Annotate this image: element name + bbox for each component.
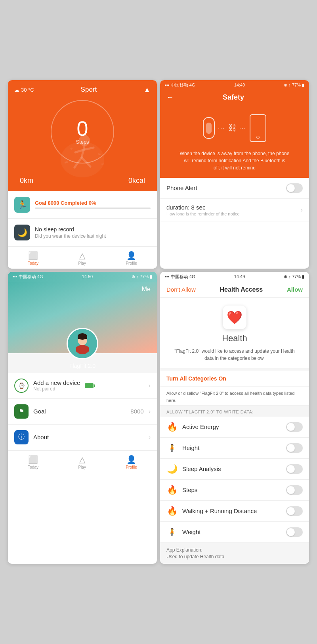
sleep-title: No sleep record [35,226,106,233]
nav-profile[interactable]: 👤 Profile [126,455,137,469]
play-icon: △ [79,455,85,464]
phone-icon [250,114,266,142]
height-icon: 🧍 [166,442,178,454]
health-app-icon: ❤️ [223,306,246,329]
section-header: ALLOW "FLAGFIT 2.0" TO WRITE DATA: [160,406,309,417]
goal-bar-track [35,208,151,209]
cloud-icon: ☁ [14,87,19,93]
goal-row[interactable]: 🏃 Goal 8000 Completed 0% [8,191,157,219]
allow-button[interactable]: Allow [287,286,303,293]
status-bar: ▪▪▪ 中国移动 4G 14:49 ⊕ ↑ 77% ▮ [160,80,309,90]
sleep-label: Sleep Analysis [182,465,281,472]
wifi-icon: ↑ [288,274,291,279]
stats-row: 0km 0kcal [8,177,157,185]
today-icon: ⬜ [28,455,38,464]
avatar [67,328,98,359]
screen-profile: ▪▪▪ 中国移动 4G 14:50 ⊕ ↑ 77% ▮ Me [8,272,157,564]
nav-play[interactable]: △ Play [78,251,86,265]
nav-profile-label: Profile [126,261,137,265]
network: 4G [189,83,195,87]
avatar-wrap: FlagFit 2.0 [67,328,98,369]
back-icon[interactable]: ← [166,93,174,102]
carrier: 中国移动 [171,83,188,87]
bottom-nav: ⬜ Today △ Play 👤 Profile [8,246,157,269]
battery-pct: 77% [292,83,301,87]
device-connection-diagram: ··· ⛓ ··· [203,114,266,142]
username: FlagFit 2.0 [67,363,98,369]
active-energy-icon: 🔥 [166,421,178,433]
status-bar: ▪▪▪ 中国移动 4G 14:49 ⊕ ↑ 77% ▮ [160,272,309,282]
steps-toggle[interactable] [286,485,303,495]
active-energy-label: Active Energy [182,423,281,430]
about-row[interactable]: ⓘ About › [8,425,157,450]
page-title: Health Access [196,286,287,293]
health-body: ❤️ Health "FlagFit 2.0" would like to ac… [160,298,309,564]
goal-info: Goal 8000 Completed 0% [35,200,151,209]
time: 14:50 [82,274,93,279]
height-toggle[interactable] [286,443,303,453]
screen-title: Sport [81,86,97,94]
dont-allow-button[interactable]: Don't Allow [166,286,196,293]
band-icon [203,117,215,139]
weight-icon: 🧍 [166,527,178,538]
health-item-sleep: 🌙 Sleep Analysis [160,459,309,480]
turn-all-on[interactable]: Turn All Categories On [160,371,309,387]
svg-rect-14 [78,336,87,339]
goal-title: Goal 8000 Completed 0% [35,200,151,206]
battery-indicator [85,383,94,388]
nav-today[interactable]: ⬜ Today [28,455,38,469]
health-hero: ❤️ Health "FlagFit 2.0" would like to ac… [160,298,309,371]
sleep-row[interactable]: 🌙 No sleep record Did you wear the devic… [8,219,157,246]
device-icon: ⌚ [14,379,29,393]
nav-profile-label: Profile [126,465,137,469]
app-explanation: App Explanation: Used to update Health d… [160,543,309,564]
svg-point-1 [79,135,90,146]
compass-icon: ▲ [143,86,151,94]
chevron-right-icon: › [301,206,303,213]
walking-running-toggle[interactable] [286,506,303,516]
location-icon: ⊕ [284,83,287,87]
sleep-sub: Did you wear the device last night [35,233,106,239]
carrier-network: ▪▪▪ 中国移动 4G [165,82,195,88]
screen-today: ☁ 30 °C Sport ▲ 0 Steps [8,80,157,269]
device-row[interactable]: ⌚ Add a new device Not paired › [8,373,157,399]
health-item-weight: 🧍 Weight [160,522,309,543]
play-icon: △ [79,251,85,260]
me-label: Me [142,286,151,293]
wifi-icon: ↑ [136,274,139,279]
chevron-right-icon: › [149,434,151,441]
profile-hero: Me FlagFit 2.0 [8,282,157,353]
nav-profile[interactable]: 👤 Profile [126,251,137,265]
nav-today-label: Today [28,261,38,265]
nav-today[interactable]: ⬜ Today [28,251,38,265]
goal-label: Goal [33,408,126,415]
weather-info: ☁ 30 °C [14,87,34,93]
goal-row[interactable]: ⚑ Goal 8000 › [8,399,157,425]
phone-alert-toggle[interactable] [286,183,303,193]
dots-right: ··· [239,125,246,131]
health-description: "FlagFit 2.0" would like to access and u… [174,348,294,362]
nav-play-label: Play [78,261,86,265]
duration-title: duration: 8 sec [166,204,301,211]
nav-play[interactable]: △ Play [78,455,86,469]
runner-illustration [43,124,122,179]
svg-rect-16 [76,346,89,352]
status-bar: ▪▪▪ 中国移动 4G 14:50 ⊕ ↑ 77% ▮ [8,272,157,282]
battery-icon: ▮ [302,274,304,279]
chevron-right-icon: › [149,382,151,389]
duration-row[interactable]: duration: 8 sec How long is the reminder… [160,199,309,221]
health-item-walking-running: 🔥 Walking + Running Distance [160,501,309,522]
top-bar: ☁ 30 °C Sport ▲ [8,80,157,94]
sleep-info: No sleep record Did you wear the device … [35,226,106,239]
health-app-name: Health [222,333,247,344]
bottom-nav: ⬜ Today △ Play 👤 Profile [8,450,157,473]
dots-left: ··· [218,125,225,131]
header: Don't Allow Health Access Allow [160,282,309,298]
temperature: 30 °C [21,87,34,93]
weight-toggle[interactable] [286,527,303,537]
active-energy-toggle[interactable] [286,422,303,432]
sleep-toggle[interactable] [286,464,303,474]
battery-area: ⊕ ↑ 77% ▮ [284,83,304,88]
about-label: About [33,434,144,440]
kcal-stat: 0kcal [128,177,145,185]
